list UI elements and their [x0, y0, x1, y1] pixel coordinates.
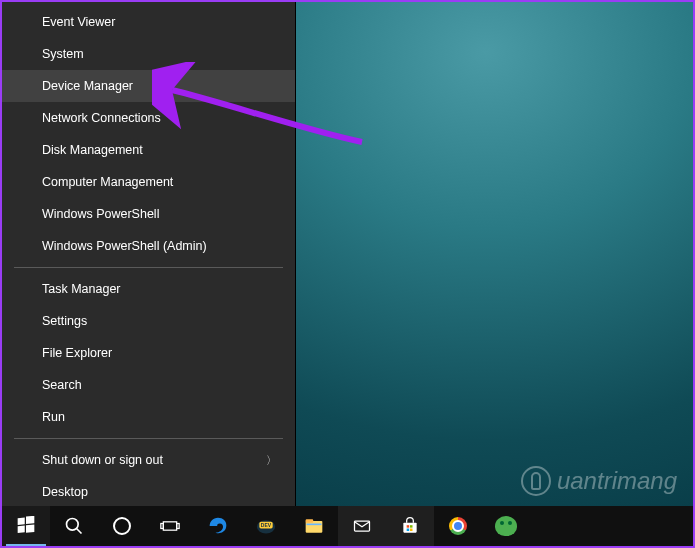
menu-item-label: Device Manager [42, 78, 133, 94]
dev-app[interactable]: DEV [242, 506, 290, 546]
desktop-wallpaper: Event Viewer System Device Manager Netwo… [2, 2, 693, 506]
menu-item-task-manager[interactable]: Task Manager [2, 273, 295, 305]
lightbulb-icon [521, 466, 551, 496]
menu-item-network-connections[interactable]: Network Connections [2, 102, 295, 134]
svg-rect-19 [407, 529, 410, 532]
svg-rect-13 [306, 519, 314, 522]
svg-rect-7 [161, 524, 164, 529]
svg-rect-12 [306, 521, 323, 533]
menu-item-shutdown[interactable]: Shut down or sign out 〉 [2, 444, 295, 476]
search-button[interactable] [50, 506, 98, 546]
menu-item-system[interactable]: System [2, 38, 295, 70]
menu-item-computer-management[interactable]: Computer Management [2, 166, 295, 198]
svg-rect-0 [18, 518, 25, 525]
menu-item-label: File Explorer [42, 345, 112, 361]
svg-text:DEV: DEV [261, 522, 272, 528]
start-button[interactable] [2, 506, 50, 546]
winx-power-menu: Event Viewer System Device Manager Netwo… [2, 2, 296, 506]
svg-rect-17 [407, 525, 410, 528]
menu-item-run[interactable]: Run [2, 401, 295, 433]
menu-item-event-viewer[interactable]: Event Viewer [2, 6, 295, 38]
edge-app[interactable] [194, 506, 242, 546]
svg-rect-14 [307, 524, 322, 526]
menu-item-label: Windows PowerShell [42, 206, 159, 222]
svg-rect-6 [163, 522, 176, 530]
svg-point-4 [67, 519, 79, 531]
svg-rect-8 [177, 524, 180, 529]
svg-rect-20 [410, 529, 413, 532]
svg-rect-3 [26, 524, 34, 532]
watermark-text: uantrimang [557, 467, 677, 495]
mail-icon [352, 516, 372, 536]
menu-item-powershell-admin[interactable]: Windows PowerShell (Admin) [2, 230, 295, 262]
cortana-button[interactable] [98, 506, 146, 546]
menu-item-label: Computer Management [42, 174, 173, 190]
menu-item-device-manager[interactable]: Device Manager [2, 70, 295, 102]
windows-icon [16, 516, 36, 536]
menu-item-label: Settings [42, 313, 87, 329]
taskbar: DEV [2, 506, 693, 546]
svg-rect-2 [18, 525, 25, 532]
menu-item-label: Event Viewer [42, 14, 115, 30]
menu-item-label: Shut down or sign out [42, 452, 163, 468]
svg-rect-1 [26, 516, 34, 524]
store-app[interactable] [386, 506, 434, 546]
search-icon [64, 516, 84, 536]
menu-item-label: Desktop [42, 484, 88, 500]
basecamp-app[interactable] [482, 506, 530, 546]
chevron-right-icon: 〉 [266, 452, 277, 468]
svg-rect-15 [355, 521, 370, 531]
mail-app[interactable] [338, 506, 386, 546]
explorer-icon [304, 516, 324, 536]
menu-item-search[interactable]: Search [2, 369, 295, 401]
chrome-app[interactable] [434, 506, 482, 546]
dev-icon: DEV [256, 516, 276, 536]
menu-item-label: Disk Management [42, 142, 143, 158]
cortana-icon [113, 517, 131, 535]
basecamp-icon [495, 516, 517, 536]
menu-separator [14, 267, 283, 268]
menu-item-label: Network Connections [42, 110, 161, 126]
menu-item-disk-management[interactable]: Disk Management [2, 134, 295, 166]
store-icon [400, 516, 420, 536]
taskview-icon [160, 516, 180, 536]
edge-icon [208, 516, 228, 536]
watermark: uantrimang [521, 466, 677, 496]
svg-line-5 [77, 529, 82, 534]
chrome-icon [449, 517, 467, 535]
menu-item-settings[interactable]: Settings [2, 305, 295, 337]
menu-item-powershell[interactable]: Windows PowerShell [2, 198, 295, 230]
svg-rect-18 [410, 525, 413, 528]
svg-rect-16 [403, 523, 416, 533]
menu-item-desktop[interactable]: Desktop [2, 476, 295, 508]
menu-item-label: Windows PowerShell (Admin) [42, 238, 207, 254]
taskview-button[interactable] [146, 506, 194, 546]
menu-item-label: Task Manager [42, 281, 121, 297]
menu-item-file-explorer[interactable]: File Explorer [2, 337, 295, 369]
menu-item-label: Run [42, 409, 65, 425]
menu-separator [14, 438, 283, 439]
menu-item-label: Search [42, 377, 82, 393]
explorer-app[interactable] [290, 506, 338, 546]
menu-item-label: System [42, 46, 84, 62]
